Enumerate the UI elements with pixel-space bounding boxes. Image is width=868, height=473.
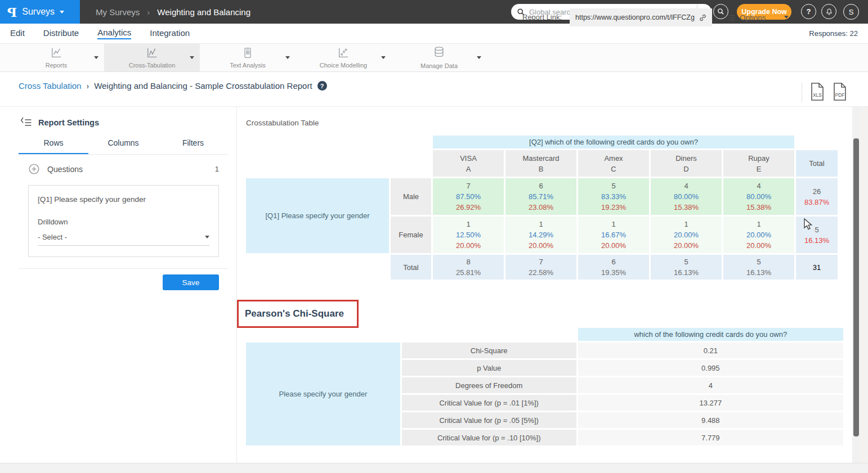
toolbar-item-label: Choice Modelling bbox=[320, 62, 367, 69]
help-icon: ? bbox=[807, 7, 811, 16]
save-button[interactable]: Save bbox=[163, 274, 219, 290]
cell-percent: 22.58% bbox=[505, 267, 576, 278]
cell-row-percent: 85.71% bbox=[505, 191, 576, 202]
toolbar-item-text-analysis[interactable]: Text Analysis bbox=[200, 44, 296, 71]
choice-modelling-icon bbox=[337, 47, 350, 61]
footer-strip bbox=[0, 463, 868, 473]
analytics-toolbar: ReportsCross-TabulationText AnalysisChoi… bbox=[0, 44, 868, 72]
cell-count: 4 bbox=[651, 181, 722, 191]
crosstab-cell: 116.67%20.00% bbox=[578, 217, 649, 253]
tab-filters[interactable]: Filters bbox=[158, 138, 228, 154]
xls-file-icon: XLS bbox=[809, 82, 825, 101]
cell-count: 26 bbox=[796, 186, 838, 197]
export-pdf-button[interactable]: PDF bbox=[832, 82, 848, 103]
crosstab-total-cell: 619.35% bbox=[578, 255, 649, 280]
database-icon bbox=[433, 46, 445, 62]
crosstab-column-header: VISAA bbox=[433, 150, 504, 177]
breadcrumb-separator: › bbox=[86, 82, 89, 91]
cell-count: 1 bbox=[505, 219, 576, 229]
question-card[interactable]: [Q1] Please specify your gender Drilldow… bbox=[28, 185, 219, 257]
chevron-down-icon bbox=[205, 236, 209, 238]
report-header: Cross Tabulation › Weighting and Balanci… bbox=[0, 72, 868, 107]
spacer-cell bbox=[246, 255, 389, 280]
tab-columns[interactable]: Columns bbox=[88, 138, 158, 154]
options-label: Options bbox=[740, 13, 766, 22]
drilldown-select-value: - Select - bbox=[38, 233, 67, 241]
vertical-scrollbar[interactable] bbox=[852, 107, 860, 473]
crosstab-row-question: [Q1] Please specify your gender bbox=[246, 178, 389, 253]
chi-metric-value: 7.779 bbox=[578, 430, 843, 445]
toolbar-item-manage-data[interactable]: Manage Data bbox=[391, 44, 487, 71]
crosstab-cell: 685.71%23.08% bbox=[505, 178, 576, 215]
collapse-panel-icon[interactable] bbox=[20, 118, 33, 128]
drilldown-select[interactable]: - Select - bbox=[38, 233, 209, 246]
chi-row-header: Please specify your gender bbox=[246, 343, 400, 445]
crosstab-cell: 114.29%20.00% bbox=[505, 217, 576, 253]
toolbar-item-choice-modelling[interactable]: Choice Modelling bbox=[296, 44, 391, 71]
divider bbox=[802, 82, 802, 102]
scrollbar-thumb[interactable] bbox=[853, 138, 859, 436]
crosstab-cell: 787.50%26.92% bbox=[433, 178, 504, 215]
crosstab-total-column-header: Total bbox=[796, 150, 838, 177]
cell-column-percent: 20.00% bbox=[433, 240, 504, 251]
chi-metric-value: 4 bbox=[578, 377, 843, 393]
cell-column-percent: 20.00% bbox=[578, 240, 649, 251]
pdf-file-icon: PDF bbox=[832, 82, 848, 101]
app-window: P Surveys My Surveys › Weighting and Bal… bbox=[0, 0, 868, 473]
cell-row-percent: 12.50% bbox=[433, 229, 504, 240]
crosstab-chart-icon bbox=[145, 47, 159, 61]
panel-divider bbox=[236, 107, 237, 463]
nav-edit[interactable]: Edit bbox=[10, 28, 25, 39]
breadcrumb-my-surveys[interactable]: My Surveys bbox=[96, 7, 140, 17]
cell-count: 1 bbox=[433, 219, 504, 229]
report-title: Weighting and Balancing - Sample Crossta… bbox=[94, 81, 312, 91]
options-menu[interactable]: Options bbox=[727, 8, 766, 26]
toolbar-item-caret-icon[interactable] bbox=[94, 56, 99, 59]
toolbar-item-reports[interactable]: Reports bbox=[8, 44, 104, 71]
search-submit-button[interactable] bbox=[713, 4, 728, 19]
crosstab-breadcrumb-link[interactable]: Cross Tabulation bbox=[19, 81, 81, 91]
cell-count: 5 bbox=[651, 256, 722, 267]
drilldown-label: Drilldown bbox=[38, 218, 209, 226]
question-text: [Q1] Please specify your gender bbox=[38, 195, 209, 204]
cell-percent: 16.13% bbox=[651, 267, 722, 278]
breadcrumb: My Surveys › Weighting and Balancing bbox=[96, 0, 250, 24]
cell-count: 7 bbox=[505, 256, 576, 267]
breadcrumb-survey-title: Weighting and Balancing bbox=[157, 7, 250, 17]
options-caret-icon[interactable] bbox=[784, 16, 789, 19]
crosstab-total-cell: 516.13% bbox=[723, 255, 794, 280]
crosstab-cell: 120.00%20.00% bbox=[651, 217, 722, 253]
add-question-button[interactable] bbox=[28, 163, 40, 175]
mouse-cursor bbox=[804, 218, 815, 231]
report-link-label: Report Link: bbox=[522, 13, 562, 21]
svg-text:PDF: PDF bbox=[835, 92, 845, 98]
toolbar-item-caret-icon[interactable] bbox=[190, 56, 194, 59]
product-name: Surveys bbox=[22, 7, 55, 17]
product-menu[interactable]: P Surveys bbox=[0, 0, 80, 24]
notifications-button[interactable] bbox=[821, 4, 836, 19]
toolbar-item-caret-icon[interactable] bbox=[285, 56, 290, 59]
help-button[interactable]: ? bbox=[801, 4, 816, 19]
toolbar-item-cross-tabulation[interactable]: Cross-Tabulation bbox=[104, 44, 200, 71]
red-annotation-box: Pearson's Chi-Square bbox=[237, 300, 359, 328]
toolbar-item-label: Cross-Tabulation bbox=[129, 62, 176, 69]
report-link-box[interactable]: https://www.questionpro.com/t/lFFCZg bbox=[570, 8, 712, 26]
crosstab-column-header: RupayE bbox=[723, 150, 794, 177]
chi-metric-label: Degrees of Freedom bbox=[402, 377, 576, 393]
export-xls-button[interactable]: XLS bbox=[809, 82, 825, 103]
cell-column-percent: 15.38% bbox=[723, 202, 794, 213]
report-help-button[interactable]: ? bbox=[317, 81, 327, 91]
settings-tabs: Rows Columns Filters bbox=[19, 138, 228, 155]
toolbar-item-caret-icon[interactable] bbox=[477, 56, 481, 59]
toolbar-item-caret-icon[interactable] bbox=[381, 56, 386, 59]
reports-chart-icon bbox=[50, 47, 63, 61]
questionpro-logo-icon: P bbox=[7, 4, 17, 20]
cell-column-percent: 20.00% bbox=[723, 240, 794, 251]
nav-distribute[interactable]: Distribute bbox=[43, 28, 79, 39]
tab-rows[interactable]: Rows bbox=[19, 138, 88, 154]
cell-total-percent: 83.87% bbox=[796, 197, 838, 208]
avatar[interactable]: S bbox=[843, 4, 859, 20]
nav-analytics[interactable]: Analytics bbox=[97, 28, 131, 39]
nav-integration[interactable]: Integration bbox=[150, 28, 190, 39]
cell-percent: 25.81% bbox=[433, 267, 504, 278]
